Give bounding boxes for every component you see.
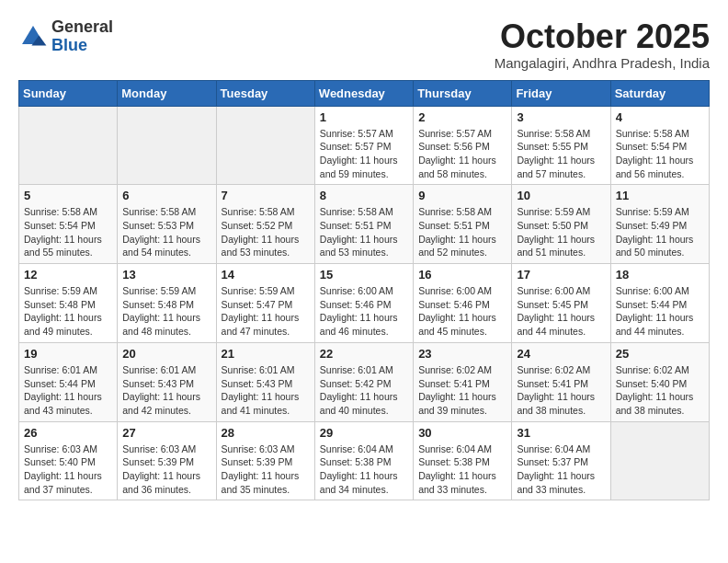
calendar-cell: 17Sunrise: 6:00 AM Sunset: 5:45 PM Dayli… bbox=[512, 264, 610, 343]
day-number: 27 bbox=[122, 426, 210, 440]
calendar-cell: 26Sunrise: 6:03 AM Sunset: 5:40 PM Dayli… bbox=[19, 421, 118, 500]
day-info: Sunrise: 6:00 AM Sunset: 5:46 PM Dayligh… bbox=[418, 284, 506, 339]
weekday-header-row: SundayMondayTuesdayWednesdayThursdayFrid… bbox=[19, 80, 710, 106]
calendar-cell: 23Sunrise: 6:02 AM Sunset: 5:41 PM Dayli… bbox=[414, 342, 512, 421]
day-number: 16 bbox=[418, 268, 506, 282]
day-info: Sunrise: 6:00 AM Sunset: 5:46 PM Dayligh… bbox=[320, 284, 408, 339]
calendar-cell: 2Sunrise: 5:57 AM Sunset: 5:56 PM Daylig… bbox=[414, 106, 512, 185]
day-number: 8 bbox=[320, 189, 408, 202]
day-info: Sunrise: 6:03 AM Sunset: 5:40 PM Dayligh… bbox=[24, 442, 112, 497]
day-number: 5 bbox=[24, 189, 112, 202]
day-number: 28 bbox=[222, 426, 310, 440]
calendar-cell: 30Sunrise: 6:04 AM Sunset: 5:38 PM Dayli… bbox=[414, 421, 512, 500]
calendar-cell bbox=[610, 421, 709, 500]
day-info: Sunrise: 5:58 AM Sunset: 5:54 PM Dayligh… bbox=[24, 205, 112, 259]
day-info: Sunrise: 6:01 AM Sunset: 5:43 PM Dayligh… bbox=[122, 363, 210, 418]
calendar-cell: 6Sunrise: 5:58 AM Sunset: 5:53 PM Daylig… bbox=[118, 185, 216, 264]
calendar-cell: 28Sunrise: 6:03 AM Sunset: 5:39 PM Dayli… bbox=[216, 421, 314, 500]
day-number: 22 bbox=[320, 347, 408, 361]
page-header: General Blue October 2025 Mangalagiri, A… bbox=[18, 18, 710, 71]
calendar-cell: 22Sunrise: 6:01 AM Sunset: 5:42 PM Dayli… bbox=[314, 342, 413, 421]
location: Mangalagiri, Andhra Pradesh, India bbox=[495, 55, 710, 71]
calendar-cell: 25Sunrise: 6:02 AM Sunset: 5:40 PM Dayli… bbox=[610, 342, 709, 421]
calendar-week-row: 12Sunrise: 5:59 AM Sunset: 5:48 PM Dayli… bbox=[19, 264, 710, 343]
calendar-cell: 27Sunrise: 6:03 AM Sunset: 5:39 PM Dayli… bbox=[118, 421, 216, 500]
day-info: Sunrise: 6:02 AM Sunset: 5:40 PM Dayligh… bbox=[616, 363, 704, 418]
day-info: Sunrise: 5:57 AM Sunset: 5:56 PM Dayligh… bbox=[418, 127, 506, 181]
weekday-header-monday: Monday bbox=[118, 80, 216, 106]
title-area: October 2025 Mangalagiri, Andhra Pradesh… bbox=[495, 18, 710, 71]
calendar-cell: 8Sunrise: 5:58 AM Sunset: 5:51 PM Daylig… bbox=[314, 185, 413, 264]
day-number: 26 bbox=[24, 426, 112, 440]
calendar-cell bbox=[118, 106, 216, 185]
day-info: Sunrise: 6:02 AM Sunset: 5:41 PM Dayligh… bbox=[517, 363, 605, 418]
day-info: Sunrise: 5:58 AM Sunset: 5:52 PM Dayligh… bbox=[222, 205, 310, 259]
day-number: 24 bbox=[517, 347, 605, 361]
calendar-cell bbox=[19, 106, 118, 185]
logo-text: General Blue bbox=[51, 18, 113, 55]
calendar-cell: 20Sunrise: 6:01 AM Sunset: 5:43 PM Dayli… bbox=[118, 342, 216, 421]
weekday-header-friday: Friday bbox=[512, 80, 610, 106]
day-info: Sunrise: 5:59 AM Sunset: 5:49 PM Dayligh… bbox=[616, 205, 704, 259]
logo-icon bbox=[18, 22, 48, 52]
day-number: 18 bbox=[616, 268, 704, 282]
day-number: 10 bbox=[517, 189, 605, 202]
day-info: Sunrise: 6:03 AM Sunset: 5:39 PM Dayligh… bbox=[222, 442, 310, 497]
calendar-cell: 7Sunrise: 5:58 AM Sunset: 5:52 PM Daylig… bbox=[216, 185, 314, 264]
day-info: Sunrise: 6:01 AM Sunset: 5:44 PM Dayligh… bbox=[24, 363, 112, 418]
calendar-cell: 29Sunrise: 6:04 AM Sunset: 5:38 PM Dayli… bbox=[314, 421, 413, 500]
day-info: Sunrise: 5:59 AM Sunset: 5:50 PM Dayligh… bbox=[517, 205, 605, 259]
day-number: 1 bbox=[320, 110, 408, 124]
calendar-cell: 10Sunrise: 5:59 AM Sunset: 5:50 PM Dayli… bbox=[512, 185, 610, 264]
day-number: 6 bbox=[122, 189, 210, 202]
day-number: 13 bbox=[122, 268, 210, 282]
calendar-cell: 11Sunrise: 5:59 AM Sunset: 5:49 PM Dayli… bbox=[610, 185, 709, 264]
day-number: 21 bbox=[222, 347, 310, 361]
weekday-header-saturday: Saturday bbox=[610, 80, 709, 106]
day-number: 29 bbox=[320, 426, 408, 440]
day-number: 11 bbox=[616, 189, 704, 202]
day-info: Sunrise: 5:57 AM Sunset: 5:57 PM Dayligh… bbox=[320, 127, 408, 181]
day-info: Sunrise: 6:00 AM Sunset: 5:44 PM Dayligh… bbox=[616, 284, 704, 339]
calendar-table: SundayMondayTuesdayWednesdayThursdayFrid… bbox=[18, 80, 710, 501]
day-number: 2 bbox=[418, 110, 506, 124]
day-number: 19 bbox=[24, 347, 112, 361]
day-info: Sunrise: 6:01 AM Sunset: 5:42 PM Dayligh… bbox=[320, 363, 408, 418]
calendar-week-row: 5Sunrise: 5:58 AM Sunset: 5:54 PM Daylig… bbox=[19, 185, 710, 264]
day-number: 25 bbox=[616, 347, 704, 361]
calendar-cell: 24Sunrise: 6:02 AM Sunset: 5:41 PM Dayli… bbox=[512, 342, 610, 421]
calendar-cell bbox=[216, 106, 314, 185]
day-info: Sunrise: 6:03 AM Sunset: 5:39 PM Dayligh… bbox=[122, 442, 210, 497]
day-number: 17 bbox=[517, 268, 605, 282]
calendar-cell: 12Sunrise: 5:59 AM Sunset: 5:48 PM Dayli… bbox=[19, 264, 118, 343]
day-number: 23 bbox=[418, 347, 506, 361]
day-number: 31 bbox=[517, 426, 605, 440]
day-info: Sunrise: 6:04 AM Sunset: 5:38 PM Dayligh… bbox=[418, 442, 506, 497]
day-number: 12 bbox=[24, 268, 112, 282]
day-number: 7 bbox=[222, 189, 310, 202]
day-info: Sunrise: 5:58 AM Sunset: 5:53 PM Dayligh… bbox=[122, 205, 210, 259]
day-info: Sunrise: 5:59 AM Sunset: 5:48 PM Dayligh… bbox=[122, 284, 210, 339]
day-info: Sunrise: 6:01 AM Sunset: 5:43 PM Dayligh… bbox=[222, 363, 310, 418]
calendar-week-row: 1Sunrise: 5:57 AM Sunset: 5:57 PM Daylig… bbox=[19, 106, 710, 185]
day-info: Sunrise: 6:00 AM Sunset: 5:45 PM Dayligh… bbox=[517, 284, 605, 339]
day-info: Sunrise: 6:02 AM Sunset: 5:41 PM Dayligh… bbox=[418, 363, 506, 418]
weekday-header-tuesday: Tuesday bbox=[216, 80, 314, 106]
day-info: Sunrise: 5:59 AM Sunset: 5:48 PM Dayligh… bbox=[24, 284, 112, 339]
calendar-cell: 21Sunrise: 6:01 AM Sunset: 5:43 PM Dayli… bbox=[216, 342, 314, 421]
day-info: Sunrise: 6:04 AM Sunset: 5:38 PM Dayligh… bbox=[320, 442, 408, 497]
day-number: 20 bbox=[122, 347, 210, 361]
day-number: 30 bbox=[418, 426, 506, 440]
calendar-cell: 31Sunrise: 6:04 AM Sunset: 5:37 PM Dayli… bbox=[512, 421, 610, 500]
calendar-cell: 4Sunrise: 5:58 AM Sunset: 5:54 PM Daylig… bbox=[610, 106, 709, 185]
calendar-cell: 3Sunrise: 5:58 AM Sunset: 5:55 PM Daylig… bbox=[512, 106, 610, 185]
day-info: Sunrise: 5:59 AM Sunset: 5:47 PM Dayligh… bbox=[222, 284, 310, 339]
calendar-cell: 1Sunrise: 5:57 AM Sunset: 5:57 PM Daylig… bbox=[314, 106, 413, 185]
calendar-week-row: 19Sunrise: 6:01 AM Sunset: 5:44 PM Dayli… bbox=[19, 342, 710, 421]
calendar-cell: 19Sunrise: 6:01 AM Sunset: 5:44 PM Dayli… bbox=[19, 342, 118, 421]
logo: General Blue bbox=[18, 18, 113, 55]
day-info: Sunrise: 5:58 AM Sunset: 5:51 PM Dayligh… bbox=[320, 205, 408, 259]
day-number: 3 bbox=[517, 110, 605, 124]
weekday-header-sunday: Sunday bbox=[19, 80, 118, 106]
day-info: Sunrise: 5:58 AM Sunset: 5:51 PM Dayligh… bbox=[418, 205, 506, 259]
